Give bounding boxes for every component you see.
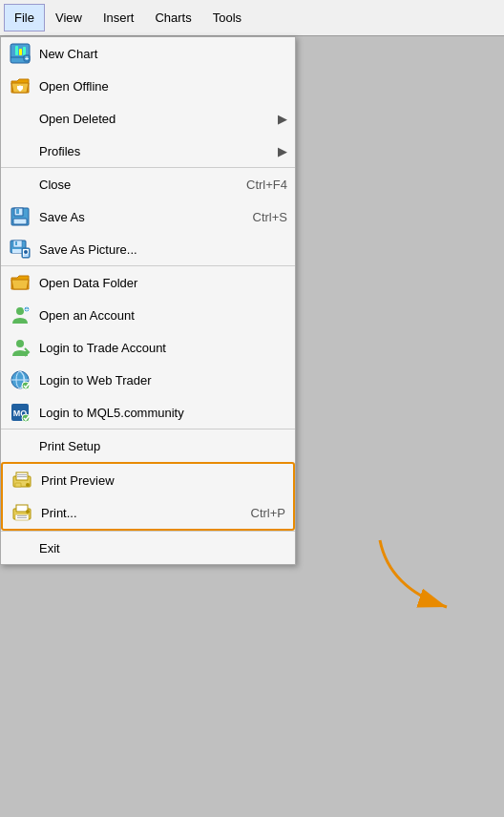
menu-item-login-trade[interactable]: Login to Trade Account (1, 331, 295, 364)
save-as-picture-label: Save As Picture... (39, 242, 287, 257)
login-trade-label: Login to Trade Account (39, 341, 287, 355)
login-mql5-label: Login to MQL5.community (39, 406, 287, 420)
print-label: Print... (41, 506, 232, 520)
profiles-icon (9, 139, 32, 162)
svg-rect-11 (13, 219, 27, 224)
open-offline-label: Open Offline (39, 79, 287, 94)
open-account-icon: + (9, 304, 32, 326)
svg-rect-3 (23, 47, 26, 55)
login-trade-icon (9, 336, 32, 359)
menubar-item-insert[interactable]: Insert (93, 4, 145, 31)
menu-item-open-account[interactable]: + Open an Account (1, 299, 295, 331)
svg-rect-2 (19, 49, 22, 55)
highlight-group: Print Preview Print... Ctrl+P (1, 462, 295, 531)
open-data-folder-label: Open Data Folder (39, 276, 287, 290)
open-data-folder-icon (9, 271, 32, 294)
profiles-label: Profiles (39, 144, 268, 158)
exit-label: Exit (39, 541, 287, 555)
menu-item-print[interactable]: Print... Ctrl+P (3, 496, 293, 529)
menu-item-open-data-folder[interactable]: Open Data Folder (1, 265, 295, 299)
open-account-label: Open an Account (39, 308, 287, 323)
svg-point-18 (24, 250, 28, 254)
save-as-icon (9, 205, 32, 228)
menu-item-save-as-picture[interactable]: Save As Picture... (1, 233, 295, 265)
new-chart-label: New Chart (39, 47, 287, 61)
print-setup-label: Print Setup (39, 439, 287, 453)
svg-point-19 (16, 307, 24, 315)
menu-item-print-setup[interactable]: Print Setup (1, 429, 295, 462)
menu-item-open-deleted[interactable]: Open Deleted ▶ (1, 102, 295, 135)
arrow-annotation (370, 531, 485, 626)
print-preview-icon (10, 469, 33, 492)
close-icon (9, 173, 32, 196)
menubar: File View Insert Charts Tools (0, 0, 504, 36)
svg-text:+: + (25, 55, 29, 62)
menu-item-exit[interactable]: Exit (1, 531, 295, 564)
exit-icon (9, 536, 32, 559)
file-dropdown-menu: + New Chart Open Offline Open Deleted ▶ … (0, 36, 296, 565)
svg-rect-33 (17, 474, 27, 475)
open-offline-icon (9, 74, 32, 97)
open-deleted-arrow: ▶ (278, 112, 287, 126)
svg-rect-38 (16, 505, 28, 512)
menubar-item-tools[interactable]: Tools (202, 4, 252, 31)
svg-rect-34 (17, 476, 27, 477)
open-deleted-icon (9, 107, 32, 130)
svg-rect-40 (17, 515, 27, 516)
menu-item-login-web[interactable]: Login to Web Trader (1, 364, 295, 396)
menu-item-login-mql5[interactable]: MQ Login to MQL5.community (1, 396, 295, 429)
svg-rect-1 (15, 46, 18, 55)
svg-rect-15 (12, 249, 23, 253)
svg-text:+: + (25, 306, 29, 313)
print-icon (10, 501, 33, 524)
open-deleted-label: Open Deleted (39, 112, 268, 126)
save-as-label: Save As (39, 210, 234, 224)
menubar-item-view[interactable]: View (45, 4, 93, 31)
svg-point-36 (26, 483, 30, 487)
print-setup-icon (9, 434, 32, 457)
menu-item-save-as[interactable]: Save As Ctrl+S (1, 200, 295, 233)
menu-item-new-chart[interactable]: + New Chart (1, 37, 295, 70)
save-as-picture-icon (9, 238, 32, 261)
menu-item-open-offline[interactable]: Open Offline (1, 70, 295, 102)
svg-rect-14 (15, 241, 17, 245)
save-as-shortcut: Ctrl+S (253, 210, 287, 224)
svg-rect-10 (16, 209, 19, 214)
login-mql5-icon: MQ (9, 401, 32, 424)
close-shortcut: Ctrl+F4 (246, 178, 287, 192)
login-web-icon (9, 368, 32, 391)
menu-item-close[interactable]: Close Ctrl+F4 (1, 167, 295, 200)
profiles-arrow: ▶ (278, 144, 287, 158)
menubar-item-file[interactable]: File (4, 4, 45, 31)
svg-point-22 (16, 340, 24, 347)
menubar-item-charts[interactable]: Charts (144, 4, 201, 31)
print-preview-label: Print Preview (41, 473, 285, 488)
login-web-label: Login to Web Trader (39, 373, 287, 388)
print-shortcut: Ctrl+P (251, 506, 285, 520)
menu-item-print-preview[interactable]: Print Preview (3, 464, 293, 496)
svg-point-42 (26, 510, 30, 513)
svg-rect-41 (17, 517, 27, 518)
close-label: Close (39, 178, 227, 192)
svg-rect-35 (15, 483, 21, 487)
menu-item-profiles[interactable]: Profiles ▶ (1, 135, 295, 167)
svg-rect-13 (13, 241, 22, 247)
new-chart-icon: + (9, 42, 32, 65)
